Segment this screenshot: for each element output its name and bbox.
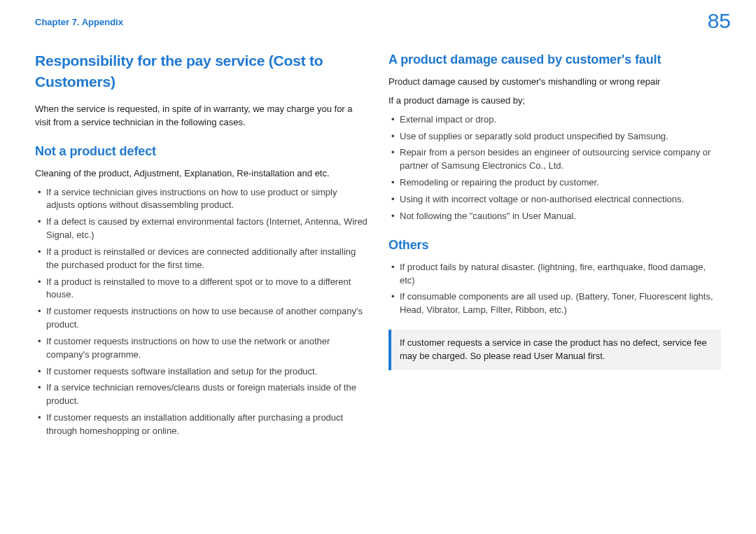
main-title-section: Responsibility for the pay service (Cost… — [35, 50, 368, 129]
customer-fault-section: A product damage caused by customer's fa… — [388, 50, 721, 223]
page-content: Responsibility for the pay service (Cost… — [0, 29, 756, 451]
list-item: Use of supplies or separatly sold produc… — [388, 130, 721, 143]
page-header: Chapter 7. Appendix 85 — [0, 0, 756, 29]
customer-fault-list: External impact or drop. Use of supplies… — [388, 113, 721, 223]
list-item: External impact or drop. — [388, 113, 721, 127]
customer-fault-title: A product damage caused by customer's fa… — [388, 50, 721, 69]
others-section: Others If product fails by natural disas… — [388, 236, 721, 317]
list-item: Using it with incorrect voltage or non-a… — [388, 193, 721, 206]
right-column: A product damage caused by customer's fa… — [388, 50, 721, 451]
customer-fault-lead1: Product damage caused by customer's mish… — [388, 76, 721, 89]
main-title: Responsibility for the pay service (Cost… — [35, 50, 368, 93]
not-a-product-defect-lead: Cleaning of the product, Adjustment, Exp… — [35, 167, 368, 181]
list-item: Not following the "cautions" in User Man… — [388, 210, 721, 223]
note-box: If customer requests a service in case t… — [388, 330, 721, 370]
intro-paragraph: When the service is requested, in spite … — [35, 103, 368, 129]
list-item: If customer requests an installation add… — [35, 412, 368, 438]
page-number: 85 — [708, 6, 731, 36]
customer-fault-lead2: If a product damage is caused by; — [388, 94, 721, 108]
not-a-product-defect-section: Not a product defect Cleaning of the pro… — [35, 142, 368, 438]
list-item: Remodeling or repairing the product by c… — [388, 176, 721, 190]
not-a-product-defect-list: If a service technician gives instructio… — [35, 186, 368, 438]
list-item: If a service technician removes/cleans d… — [35, 381, 368, 408]
list-item: If customer requests instructions on how… — [35, 335, 368, 362]
list-item: If a defect is caused by external enviro… — [35, 216, 368, 242]
chapter-label: Chapter 7. Appendix — [35, 16, 123, 29]
list-item: If a product is reinstalled to move to a… — [35, 276, 368, 302]
not-a-product-defect-title: Not a product defect — [35, 142, 368, 160]
list-item: If customer requests instructions on how… — [35, 305, 368, 332]
others-list: If product fails by natural disaster. (l… — [388, 261, 721, 317]
list-item: If product fails by natural disaster. (l… — [388, 261, 721, 288]
list-item: If a product is reinstalled or devices a… — [35, 246, 368, 272]
others-title: Others — [388, 236, 721, 254]
list-item: If a service technician gives instructio… — [35, 186, 368, 213]
list-item: If customer requests software installati… — [35, 365, 368, 379]
left-column: Responsibility for the pay service (Cost… — [35, 50, 368, 451]
list-item: If consumable components are all used up… — [388, 290, 721, 317]
list-item: Repair from a person besides an engineer… — [388, 146, 721, 173]
